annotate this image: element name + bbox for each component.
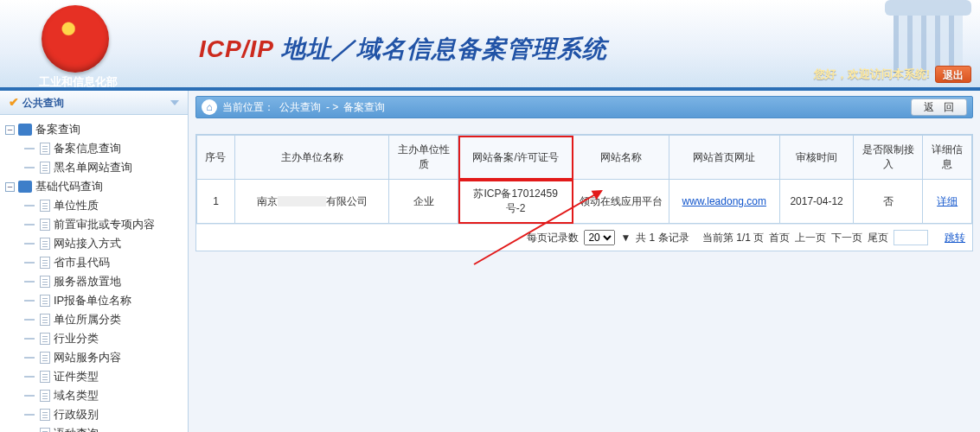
sidebar: ✔公共查询 − 备案查询 备案信息查询 黑名单网站查询 − 基础代码查询 单位性… — [0, 91, 189, 432]
site-title-prefix: ICP/IP — [199, 35, 273, 62]
tree-item[interactable]: 域名类型 — [5, 386, 184, 405]
tree-group-label: 备案查询 — [35, 122, 80, 137]
tree-item-label: 服务器放置地 — [54, 274, 121, 289]
redacted-text — [278, 196, 326, 206]
table-header-row: 序号 主办单位名称 主办单位性质 网站备案/许可证号 网站名称 网站首页网址 审… — [197, 136, 972, 180]
breadcrumb-sep: - > — [326, 101, 338, 113]
cell-sitename: 领动在线应用平台 — [573, 180, 669, 224]
sidebar-panel-title: 公共查询 — [22, 97, 64, 109]
home-icon[interactable]: ⌂ — [202, 99, 217, 115]
detail-link[interactable]: 详细 — [937, 195, 958, 207]
breadcrumb-bar: ⌂ 当前位置： 公共查询 - > 备案查询 返 回 — [195, 96, 973, 118]
tree-item-label: 单位性质 — [54, 198, 99, 213]
tree-item-label: 证件类型 — [54, 369, 99, 384]
tree-item-label: 前置审批或专项内容 — [54, 217, 155, 232]
pager-last[interactable]: 尾页 — [868, 231, 888, 245]
document-icon — [40, 219, 50, 231]
document-icon — [40, 200, 50, 212]
tree-item[interactable]: 前置审批或专项内容 — [5, 215, 184, 234]
tree-group-label: 基础代码查询 — [35, 179, 103, 194]
tree-item[interactable]: 行政级别 — [5, 405, 184, 424]
tree-item[interactable]: 服务器放置地 — [5, 272, 184, 291]
tree-item[interactable]: 单位所属分类 — [5, 310, 184, 329]
site-title-rest: 地址／域名信息备案管理系统 — [273, 35, 607, 62]
th-time: 审核时间 — [779, 136, 853, 180]
folder-icon — [18, 124, 32, 136]
tree-item[interactable]: 备案信息查询 — [5, 139, 184, 158]
cell-detail: 详细 — [923, 180, 972, 224]
document-icon — [40, 143, 50, 155]
document-icon — [40, 257, 50, 269]
cell-orgtype: 企业 — [389, 180, 458, 224]
results-table: 序号 主办单位名称 主办单位性质 网站备案/许可证号 网站名称 网站首页网址 审… — [196, 135, 972, 224]
document-icon — [40, 162, 50, 174]
pager-prev[interactable]: 上一页 — [795, 231, 826, 245]
tree-item[interactable]: IP报备单位名称 — [5, 291, 184, 310]
cell-restricted: 否 — [854, 180, 923, 224]
site-header: 工业和信息化部 ICP/IP 地址／域名信息备案管理系统 您好，欢迎访问本系统!… — [0, 0, 980, 91]
check-icon: ✔ — [9, 95, 19, 109]
tree-item-label: IP报备单位名称 — [54, 293, 131, 308]
tree-item[interactable]: 证件类型 — [5, 367, 184, 386]
tree-item[interactable]: 行业分类 — [5, 329, 184, 348]
th-index: 序号 — [197, 136, 235, 180]
tree-item-label: 备案信息查询 — [54, 141, 121, 156]
site-url-link[interactable]: www.leadong.com — [682, 195, 766, 207]
document-icon — [40, 276, 50, 288]
tree-item-label: 行政级别 — [54, 407, 99, 422]
tree-item-label: 网站接入方式 — [54, 236, 121, 251]
main-content: ⌂ 当前位置： 公共查询 - > 备案查询 返 回 序号 主办单位名称 主办单位… — [189, 91, 980, 432]
sidebar-panel-header[interactable]: ✔公共查询 — [0, 91, 188, 115]
pillar-decoration — [894, 0, 963, 73]
th-url: 网站首页网址 — [669, 136, 779, 180]
document-icon — [40, 371, 50, 383]
cell-org: 南京有限公司 — [234, 180, 388, 224]
per-page-select[interactable]: 20 — [584, 230, 615, 245]
tree-item-label: 网站服务内容 — [54, 350, 121, 365]
folder-icon — [18, 181, 32, 193]
pager: 每页记录数 20 ▼ 共 1 条记录 当前第 1/1 页 首页 上一页 下一页 … — [196, 224, 972, 251]
tree-item[interactable]: 单位性质 — [5, 196, 184, 215]
document-icon — [40, 333, 50, 345]
ministry-label: 工业和信息化部 — [35, 74, 121, 90]
tree-item[interactable]: 网站服务内容 — [5, 348, 184, 367]
tree-item-label: 黑名单网站查询 — [54, 160, 132, 175]
pager-first[interactable]: 首页 — [769, 231, 790, 245]
document-icon — [40, 390, 50, 402]
tree-group-code-query[interactable]: − 基础代码查询 — [5, 177, 184, 196]
collapse-icon[interactable]: − — [5, 182, 15, 192]
logout-button[interactable]: 退出 — [935, 66, 971, 83]
tree-item-label: 行业分类 — [54, 331, 99, 346]
collapse-icon[interactable]: − — [5, 125, 15, 135]
document-icon — [40, 428, 50, 432]
back-button[interactable]: 返 回 — [911, 98, 967, 116]
tree-item[interactable]: 黑名单网站查询 — [5, 158, 184, 177]
breadcrumb-part1[interactable]: 公共查询 — [279, 100, 321, 115]
tree-item-label: 省市县代码 — [54, 255, 110, 270]
breadcrumb-label: 当前位置： — [222, 100, 274, 115]
pager-jump[interactable]: 跳转 — [945, 231, 965, 245]
welcome-text: 您好，欢迎访问本系统! — [814, 67, 930, 82]
document-icon — [40, 238, 50, 250]
document-icon — [40, 314, 50, 326]
pager-next[interactable]: 下一页 — [831, 231, 862, 245]
sidebar-tree: − 备案查询 备案信息查询 黑名单网站查询 − 基础代码查询 单位性质 前置审批… — [0, 115, 188, 432]
th-restricted: 是否限制接入 — [854, 136, 923, 180]
pager-total: 共 1 条记录 — [636, 231, 689, 245]
pager-current: 当前第 1/1 页 — [702, 231, 764, 245]
welcome-bar: 您好，欢迎访问本系统! 退出 — [814, 65, 971, 84]
tree-group-record-query[interactable]: − 备案查询 — [5, 120, 184, 139]
tree-item[interactable]: 省市县代码 — [5, 253, 184, 272]
results-table-wrap: 序号 主办单位名称 主办单位性质 网站备案/许可证号 网站名称 网站首页网址 审… — [195, 134, 973, 251]
document-icon — [40, 409, 50, 421]
cell-time: 2017-04-12 — [779, 180, 853, 224]
pager-page-input[interactable] — [894, 230, 928, 245]
site-title: ICP/IP 地址／域名信息备案管理系统 — [199, 33, 607, 66]
chevron-down-icon — [170, 100, 179, 105]
national-emblem-icon — [42, 5, 109, 73]
breadcrumb-part2[interactable]: 备案查询 — [343, 100, 385, 115]
th-detail: 详细信息 — [923, 136, 972, 180]
cell-org-prefix: 南京 — [257, 195, 278, 207]
tree-item[interactable]: 语种查询 — [5, 424, 184, 432]
tree-item[interactable]: 网站接入方式 — [5, 234, 184, 253]
